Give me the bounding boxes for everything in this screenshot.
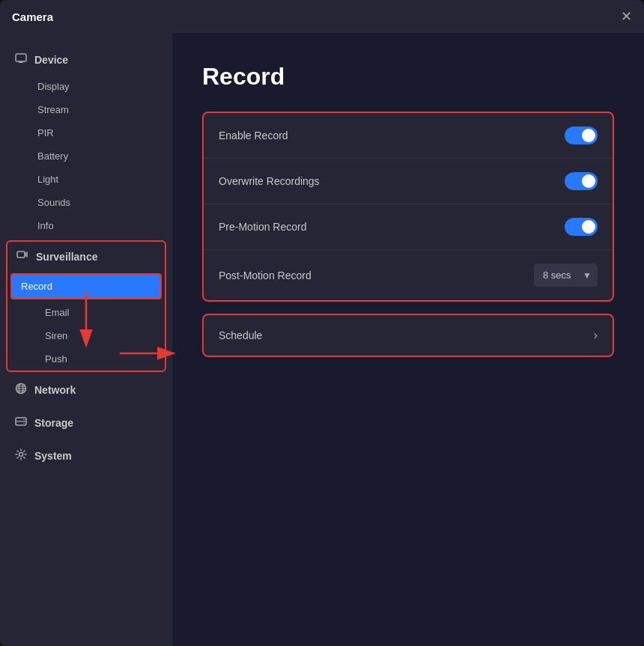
sidebar-section-network-header[interactable]: Network <box>0 375 172 405</box>
sidebar-section-system: System <box>0 441 172 471</box>
sidebar-item-push[interactable]: Push <box>7 347 165 371</box>
page-title: Record <box>202 63 614 91</box>
svg-point-12 <box>23 423 25 424</box>
system-label: System <box>34 450 72 462</box>
sidebar-item-email[interactable]: Email <box>7 301 165 324</box>
sidebar-item-light[interactable]: Light <box>0 168 172 191</box>
sidebar-section-storage: Storage <box>0 408 172 438</box>
sidebar-item-battery[interactable]: Battery <box>0 144 172 168</box>
surveillance-icon <box>16 249 28 264</box>
device-icon <box>15 52 27 67</box>
svg-rect-0 <box>16 54 26 61</box>
overwrite-recordings-label: Overwrite Recordings <box>219 175 320 187</box>
window-title: Camera <box>12 10 53 23</box>
storage-icon <box>15 415 27 430</box>
sidebar-section-surveillance-header[interactable]: Surveillance <box>7 242 165 272</box>
sidebar-section-system-header[interactable]: System <box>0 441 172 471</box>
titlebar: Camera ✕ <box>0 0 644 33</box>
enable-record-slider <box>565 127 598 144</box>
pre-motion-record-toggle[interactable] <box>565 218 598 236</box>
enable-record-row: Enable Record <box>204 113 613 158</box>
sidebar-item-info[interactable]: Info <box>0 214 172 237</box>
schedule-card[interactable]: Schedule › <box>202 314 614 357</box>
sidebar-section-surveillance: Surveillance Record Email Siren Push <box>6 240 166 372</box>
pre-motion-record-label: Pre-Motion Record <box>219 221 307 233</box>
device-label: Device <box>34 54 68 66</box>
main-content: Record Enable Record Overwrite Recording… <box>172 33 644 646</box>
sidebar-item-display[interactable]: Display <box>0 75 172 98</box>
schedule-label: Schedule <box>219 329 262 341</box>
pre-motion-record-row: Pre-Motion Record <box>204 204 613 249</box>
device-items: Display Stream PIR Battery Light Sounds … <box>0 75 172 237</box>
overwrite-recordings-slider <box>565 172 598 190</box>
enable-record-card: Enable Record Overwrite Recordings Pre-M… <box>202 112 614 302</box>
post-motion-select-container: 2 secs 4 secs 6 secs 8 secs 10 secs 15 s… <box>534 263 598 287</box>
network-label: Network <box>34 384 76 396</box>
sidebar-section-network: Network <box>0 375 172 405</box>
enable-record-label: Enable Record <box>219 129 288 141</box>
svg-point-11 <box>23 419 25 421</box>
pre-motion-record-slider <box>565 218 598 236</box>
sidebar-item-sounds[interactable]: Sounds <box>0 191 172 214</box>
post-motion-select[interactable]: 2 secs 4 secs 6 secs 8 secs 10 secs 15 s… <box>534 263 598 287</box>
svg-point-13 <box>19 453 23 457</box>
storage-label: Storage <box>34 417 73 429</box>
post-motion-record-row: Post-Motion Record 2 secs 4 secs 6 secs … <box>204 249 613 300</box>
sidebar: Device Display Stream PIR Battery Light … <box>0 33 172 646</box>
sidebar-item-pir[interactable]: PIR <box>0 121 172 144</box>
camera-window: Camera ✕ Device Display Strea <box>0 0 644 646</box>
surveillance-label: Surveillance <box>36 251 98 263</box>
sidebar-section-storage-header[interactable]: Storage <box>0 408 172 438</box>
surveillance-items: Record Email Siren Push <box>7 273 165 371</box>
post-motion-record-label: Post-Motion Record <box>219 269 312 281</box>
network-icon <box>15 383 27 397</box>
content-area: Device Display Stream PIR Battery Light … <box>0 33 644 646</box>
chevron-right-icon: › <box>594 329 598 342</box>
svg-rect-1 <box>19 61 23 63</box>
close-button[interactable]: ✕ <box>621 10 632 23</box>
enable-record-toggle[interactable] <box>565 127 598 144</box>
overwrite-recordings-toggle[interactable] <box>565 172 598 190</box>
system-icon <box>15 448 27 463</box>
svg-rect-2 <box>17 252 25 258</box>
schedule-row: Schedule › <box>204 315 613 356</box>
sidebar-item-stream[interactable]: Stream <box>0 98 172 121</box>
sidebar-section-device: Device Display Stream PIR Battery Light … <box>0 45 172 237</box>
sidebar-item-record[interactable]: Record <box>12 275 160 298</box>
sidebar-section-device-header[interactable]: Device <box>0 45 172 75</box>
overwrite-recordings-row: Overwrite Recordings <box>204 158 613 204</box>
sidebar-item-siren[interactable]: Siren <box>7 324 165 347</box>
